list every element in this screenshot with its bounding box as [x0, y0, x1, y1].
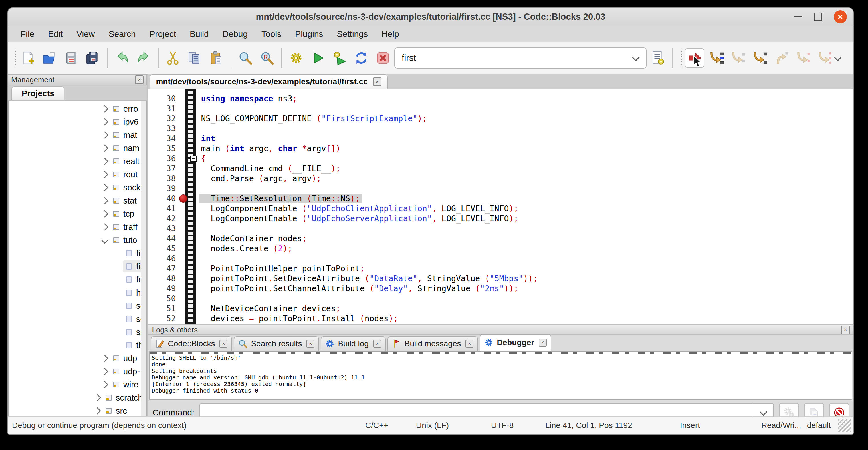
- line-number[interactable]: 30: [148, 94, 179, 103]
- tree-item-wire[interactable]: wire: [8, 378, 146, 391]
- log-tab-close-icon[interactable]: ×: [219, 340, 227, 348]
- code-editor[interactable]: 30using namespace ns3;3132NS_LOG_COMPONE…: [148, 89, 853, 324]
- line-number[interactable]: 34: [148, 134, 179, 143]
- fold-marker[interactable]: [190, 156, 196, 162]
- debugger-log[interactable]: Setting SHELL to '/bin/sh'doneSetting br…: [149, 351, 852, 400]
- maximize-icon[interactable]: [814, 12, 823, 21]
- tree-item-he[interactable]: he: [8, 286, 146, 299]
- tree-item-scratch[interactable]: scratch: [8, 391, 146, 404]
- menu-item-project[interactable]: Project: [143, 28, 183, 40]
- tree-item-th[interactable]: th: [8, 339, 146, 352]
- chevron-collapsed-icon[interactable]: [101, 368, 108, 375]
- cut-button[interactable]: [164, 49, 182, 67]
- copy-button[interactable]: [185, 49, 204, 67]
- replace-button[interactable]: R: [258, 49, 276, 67]
- tree-item-traff[interactable]: traff: [8, 220, 146, 234]
- save-all-button[interactable]: [84, 49, 102, 67]
- minimize-icon[interactable]: [794, 16, 802, 18]
- step-into-button[interactable]: [751, 49, 769, 67]
- tree-item-rout[interactable]: rout: [8, 168, 146, 181]
- build-options-button[interactable]: [649, 49, 667, 67]
- build-target-input[interactable]: [395, 53, 631, 63]
- line-number[interactable]: 50: [148, 294, 179, 303]
- undo-button[interactable]: [113, 49, 131, 67]
- build-button[interactable]: [287, 49, 305, 67]
- line-number[interactable]: 44: [148, 234, 179, 243]
- chevron-collapsed-icon[interactable]: [101, 197, 108, 204]
- tree-item-fir[interactable]: fir: [8, 260, 146, 273]
- log-tab-close-icon[interactable]: ×: [306, 340, 314, 348]
- line-number[interactable]: 45: [148, 244, 179, 253]
- titlebar[interactable]: mnt/dev/tools/source/ns-3-dev/examples/t…: [8, 8, 853, 26]
- next-line-button[interactable]: [729, 49, 748, 67]
- line-number[interactable]: 41: [148, 204, 179, 213]
- chevron-collapsed-icon[interactable]: [101, 105, 108, 112]
- chevron-collapsed-icon[interactable]: [101, 118, 108, 125]
- line-number[interactable]: 51: [148, 304, 179, 313]
- tree-item-fif[interactable]: fif: [8, 247, 146, 260]
- line-number[interactable]: 43: [148, 224, 179, 233]
- menu-item-tools[interactable]: Tools: [254, 28, 288, 40]
- next-instruction-button[interactable]: [795, 49, 813, 67]
- chevron-down-icon[interactable]: [632, 53, 640, 61]
- log-tab-search-results[interactable]: Search results×: [234, 336, 319, 351]
- logs-close-icon[interactable]: ×: [841, 326, 850, 334]
- debug-continue-button[interactable]: [685, 48, 704, 68]
- tab-projects[interactable]: Projects: [11, 86, 64, 100]
- tree-item-se[interactable]: se: [8, 312, 146, 326]
- log-tab-close-icon[interactable]: ×: [539, 339, 547, 347]
- tree-item-tuto[interactable]: tuto: [8, 234, 146, 247]
- chevron-collapsed-icon[interactable]: [94, 407, 101, 414]
- chevron-collapsed-icon[interactable]: [101, 355, 108, 362]
- log-tab-close-icon[interactable]: ×: [465, 340, 473, 348]
- log-tab-code-blocks[interactable]: Code::Blocks×: [151, 336, 232, 351]
- tree-item-udp[interactable]: udp: [8, 352, 146, 365]
- find-button[interactable]: [236, 49, 254, 67]
- tree-item-realt[interactable]: realt: [8, 155, 146, 168]
- line-number[interactable]: 46: [148, 254, 179, 263]
- chevron-collapsed-icon[interactable]: [101, 158, 108, 165]
- fold-margin-cell[interactable]: [188, 156, 199, 162]
- tree-item-sock[interactable]: sock: [8, 181, 146, 194]
- line-number[interactable]: 48: [148, 274, 179, 283]
- rebuild-button[interactable]: [352, 49, 370, 67]
- tree-item-src[interactable]: src: [8, 404, 146, 416]
- breakpoint-marker[interactable]: [179, 194, 187, 203]
- chevron-collapsed-icon[interactable]: [101, 131, 108, 139]
- tree-item-fo[interactable]: fo: [8, 273, 146, 286]
- chevron-collapsed-icon[interactable]: [101, 381, 108, 388]
- tree-item-erro[interactable]: erro: [8, 102, 146, 115]
- close-icon[interactable]: ×: [834, 10, 847, 23]
- run-button[interactable]: [309, 49, 327, 67]
- tree-item-six[interactable]: six: [8, 326, 146, 339]
- abort-build-button[interactable]: [374, 49, 392, 67]
- tree-item-nam[interactable]: nam: [8, 142, 146, 155]
- line-number[interactable]: 33: [148, 124, 179, 133]
- build-target-combo[interactable]: [394, 48, 647, 68]
- new-file-button[interactable]: [19, 49, 37, 67]
- log-tab-debugger[interactable]: Debugger×: [479, 334, 551, 351]
- menu-item-help[interactable]: Help: [375, 28, 406, 40]
- build-and-run-button[interactable]: [331, 49, 349, 67]
- command-input[interactable]: [200, 408, 753, 417]
- line-number[interactable]: 36: [148, 154, 179, 163]
- tree-item-udp-[interactable]: udp-: [8, 365, 146, 378]
- chevron-collapsed-icon[interactable]: [101, 145, 108, 152]
- log-tab-build-log[interactable]: Build log×: [321, 336, 385, 351]
- menu-item-debug[interactable]: Debug: [216, 28, 254, 40]
- menu-item-search[interactable]: Search: [102, 28, 143, 40]
- line-number[interactable]: 42: [148, 214, 179, 223]
- tree-item-tcp[interactable]: tcp: [8, 207, 146, 220]
- open-file-button[interactable]: [40, 49, 59, 67]
- paste-button[interactable]: [207, 49, 225, 67]
- line-number[interactable]: 52: [148, 314, 179, 323]
- menu-item-edit[interactable]: Edit: [41, 28, 70, 40]
- tree-item-stat[interactable]: stat: [8, 194, 146, 207]
- line-number[interactable]: 35: [148, 144, 179, 153]
- chevron-collapsed-icon[interactable]: [101, 171, 108, 178]
- step-out-button[interactable]: [773, 49, 791, 67]
- menu-item-settings[interactable]: Settings: [330, 28, 375, 40]
- resize-grip[interactable]: [838, 419, 851, 432]
- tree-item-mat[interactable]: mat: [8, 128, 146, 142]
- redo-button[interactable]: [135, 49, 153, 67]
